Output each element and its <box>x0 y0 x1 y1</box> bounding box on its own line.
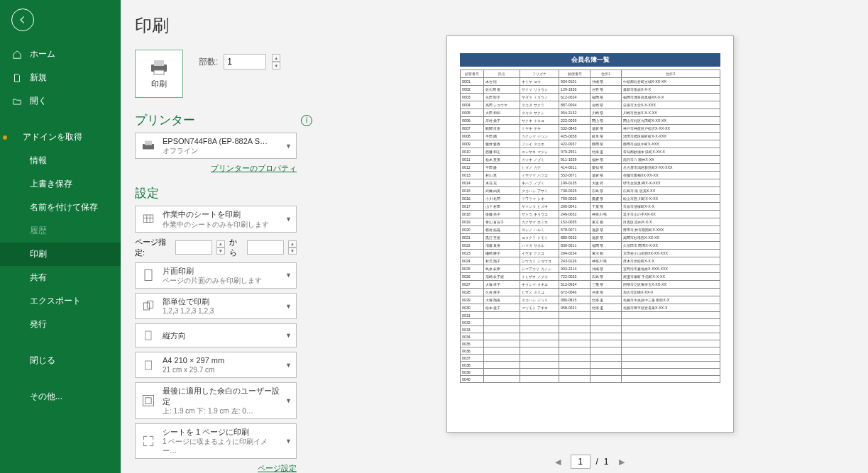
sidebar-item-publish[interactable]: 発行 <box>0 313 121 336</box>
paper-size-select[interactable]: A4 210 × 297 mm21 cm x 29.7 cm ▼ <box>135 352 297 378</box>
printer-icon <box>140 138 157 155</box>
table-row: 0036 <box>461 347 720 355</box>
backstage-sidebar: ホーム 新規 開く アドインを取得 情報 上書き保存 名前を付けて保存 履歴 印… <box>0 0 121 473</box>
table-row: 0020横村 拓義ヨシノ ハルミ578-0071滋賀 県野田市 井市殿照町X-X… <box>461 226 720 234</box>
back-button[interactable] <box>11 9 34 31</box>
chevron-down-icon: ▼ <box>285 216 292 223</box>
sidebar-item-other[interactable]: その他... <box>0 385 121 408</box>
table-row: 0009藤井 森春フジイ タカエ422-0037静岡 県静岡市葵区中町X-XXX <box>461 140 720 148</box>
page-from-spinner[interactable]: ▲▼ <box>216 240 225 255</box>
print-button[interactable]: 印刷 <box>135 50 183 98</box>
print-what-select[interactable]: 作業中のシートを印刷作業中のシートのみを印刷します ▼ <box>135 206 297 232</box>
table-row: 0013村山 恵ミヤママ ハラコ552-0071滋賀 県住藤市愛梅XX-XX-X… <box>461 172 720 179</box>
scaling-select[interactable]: シートを 1 ページに印刷1 ページに収まるように印刷イメー… ▼ <box>135 423 297 459</box>
svg-rect-6 <box>145 270 152 281</box>
sidebar-item-info[interactable]: 情報 <box>0 149 121 172</box>
next-page-button[interactable]: ▶ <box>615 456 629 468</box>
table-row: 0026信崎 萩子姫トヒザキ ノブカ722-0032広島 県尾道市栄町 手信町X… <box>461 273 720 281</box>
collate-select[interactable]: 部単位で印刷1,2,3 1,2,3 1,2,3 ▼ <box>135 293 297 319</box>
table-row: 0023磯崎 勝子イヤネ クスコ294-0234東洋 都京田谷小山岳明XX-XX… <box>461 250 720 257</box>
table-header: 氏名 <box>483 70 520 78</box>
sidebar-item-save[interactable]: 上書き保存 <box>0 172 121 196</box>
sidebar-item-share[interactable]: 共有 <box>0 266 121 289</box>
fit-icon <box>140 433 157 450</box>
table-row: 0006岸村 栄子サクキ トネコ222-0039岡山 県岡山市北区丸田町X-XX… <box>461 117 720 125</box>
table-row: 0012平田 隆ヒダノ カナ414-0011愛知 県名古屋市鴻区新世町X-XX-… <box>461 164 720 172</box>
orientation-select[interactable]: 縦方向 ▼ <box>135 323 297 347</box>
table-row: 0018後藤 亮子サトウ キョウコ249-0032神奈川 県逗子市山の手XX-X… <box>461 211 720 218</box>
sidebar-item-addin[interactable]: アドインを取得 <box>0 126 121 149</box>
table-row: 0024村元 翔子シウカミ ショウコ243-0126神奈川 県厚木市岩松町X-X… <box>461 257 720 265</box>
table-row: 0011桂木 英美カツキ ノブミ911-1029福井 県南丹市八 潮神X-XX <box>461 156 720 164</box>
file-icon <box>11 72 23 84</box>
page-from-input[interactable] <box>175 240 212 255</box>
table-row: 0030松本 俊子マツモト アキコ058-0021北海 道札幌市豊平区岩長東X-… <box>461 304 720 312</box>
paper-icon <box>140 357 157 374</box>
sidebar-label: 上書き保存 <box>30 178 72 190</box>
current-page-input[interactable] <box>571 455 590 469</box>
table-row: 0003矢田 彰子ヤダタ ミョウノ612-0024福岡 県福岡市博多区奥様XX-… <box>461 94 720 101</box>
collate-icon <box>140 298 157 315</box>
info-icon[interactable]: i <box>301 115 312 126</box>
preview-page: 会員名簿一覧 顧客番号氏名フリガナ郵便番号住所1住所2 0001木宮 恒キミヤ … <box>446 35 734 433</box>
table-row: 0028久村 康子ヒサノ タスユ672-0046兵庫 県加古市比峰X-XX-X <box>461 289 720 296</box>
table-row: 0004高田 ショウヤタカダ サクラ887-0094宮崎 県日南市大堂X-X-X… <box>461 101 720 109</box>
table-row: 0025島原 萩希シマアカリ カノシ903-2214沖縄 県宜野湾市嘉地原X-X… <box>461 265 720 273</box>
page-navigator: ◀ / 1 ▶ <box>551 455 629 469</box>
table-row: 0005大田 和和タカタ サクシ954-2132川崎 県川崎市岩原X-X-X-X… <box>461 109 720 117</box>
svg-rect-4 <box>145 140 152 145</box>
sidebar-item-saveas[interactable]: 名前を付けて保存 <box>0 196 121 219</box>
table-row: 0022清森 真美ハマダ サネル830-0011福岡 県久留田市 岡澤X-X-X… <box>461 242 720 250</box>
copies-spinner[interactable]: ▲▼ <box>272 54 280 69</box>
table-row: 0001木宮 恒キミヤ コウ934-0101沖縄 県中頭郡北谷町宮城X-XX-X… <box>461 78 720 86</box>
chevron-down-icon: ▼ <box>285 332 292 339</box>
table-row: 0002佐久間 俊サクマ リョウシ129-1936宮野 県最新市南原X-X-X <box>461 86 720 94</box>
sidebar-item-export[interactable]: エクスポート <box>0 289 121 313</box>
chevron-down-icon: ▼ <box>285 272 292 279</box>
svg-rect-5 <box>143 215 153 223</box>
table-row: 0008平田 隣カクシマ ジュン425-0058岐阜 県清田市樟区桜町町X-X-… <box>461 133 720 140</box>
sidebar-item-print[interactable]: 印刷 <box>0 243 121 266</box>
sidebar-label: 共有 <box>30 272 47 284</box>
table-row: 0029大塚 翔美タカハシ ジュリ080-0815北海 道札幌市中央区中三条 友… <box>461 296 720 304</box>
table-row: 0019青山 百合子カクヤマ エミコ152-0035東京 都目黒区 自由X-X-… <box>461 218 720 226</box>
table-header: フリガナ <box>520 70 559 78</box>
print-button-label: 印刷 <box>151 79 167 89</box>
total-pages: 1 <box>604 457 609 467</box>
page-icon <box>140 267 157 284</box>
sidebar-label: エクスポート <box>30 295 81 307</box>
sidebar-label: その他... <box>30 391 62 403</box>
sidebar-item-home[interactable]: ホーム <box>0 43 121 66</box>
margin-select[interactable]: 最後に適用した余白のユーザー設定上: 1.9 cm 下: 1.9 cm 左: 0… <box>135 382 297 419</box>
table-header: 顧客番号 <box>461 70 484 78</box>
printer-properties-link[interactable]: プリンターのプロパティ <box>135 163 297 174</box>
preview-table: 顧客番号氏名フリガナ郵便番号住所1住所2 0001木宮 恒キミヤ コウ934-0… <box>460 69 720 383</box>
side-select[interactable]: 片面印刷ページの片面のみを印刷します ▼ <box>135 262 297 289</box>
prev-page-button[interactable]: ◀ <box>551 456 565 468</box>
printer-select[interactable]: EPSON744F8A (EP-882A S…オフライン ▼ <box>135 133 297 159</box>
sidebar-item-new[interactable]: 新規 <box>0 66 121 89</box>
printer-section-title: プリンター i <box>135 112 312 128</box>
svg-rect-10 <box>145 361 151 369</box>
copies-input[interactable] <box>224 54 266 69</box>
table-row: 0039 <box>461 369 720 376</box>
home-icon <box>11 49 23 60</box>
sidebar-label: 印刷 <box>30 248 47 260</box>
sidebar-label: 名前を付けて保存 <box>30 201 98 213</box>
page-to-spinner[interactable]: ▲▼ <box>288 240 297 255</box>
sidebar-item-close[interactable]: 閉じる <box>0 349 121 372</box>
printer-icon <box>148 59 170 76</box>
page-to-input[interactable] <box>247 240 284 255</box>
table-header: 住所2 <box>621 70 720 78</box>
sidebar-label: 開く <box>30 95 47 107</box>
sidebar-item-open[interactable]: 開く <box>0 89 121 113</box>
portrait-icon <box>140 327 157 344</box>
svg-rect-12 <box>145 398 151 404</box>
svg-rect-8 <box>147 301 153 308</box>
table-row: 0038 <box>461 362 720 369</box>
svg-rect-2 <box>154 70 164 74</box>
table-row: 0007観閣 世奈ミヤキ テキ532-0845滋賀 県神戸市神産区戸松沢X-XX… <box>461 125 720 133</box>
page-setup-link[interactable]: ページ設定 <box>135 463 297 473</box>
folder-open-icon <box>11 96 23 107</box>
sidebar-label: 発行 <box>30 318 47 330</box>
